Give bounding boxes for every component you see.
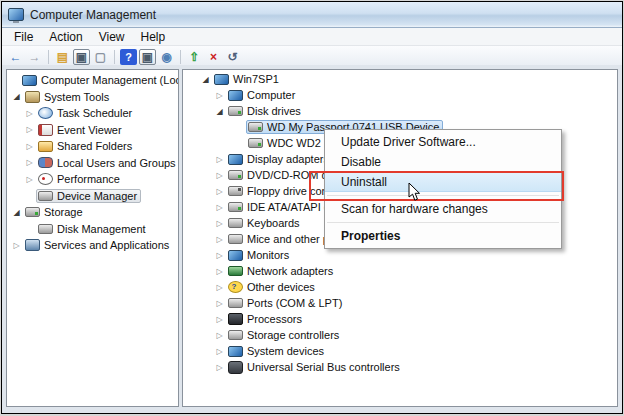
- back-icon[interactable]: ←: [7, 49, 24, 65]
- expand-arrow-icon[interactable]: ▷: [23, 109, 36, 118]
- menu-bar: FileActionViewHelp: [2, 28, 622, 46]
- services-icon: [25, 239, 40, 251]
- tree-item[interactable]: Computer: [226, 88, 299, 102]
- eventvwr-icon: [38, 124, 53, 136]
- tree-item[interactable]: Storage: [23, 205, 87, 219]
- expand-arrow-icon[interactable]: ▷: [213, 203, 226, 212]
- scan-hardware-icon[interactable]: ↺: [224, 49, 241, 65]
- toolbar-separator: [180, 50, 181, 64]
- tree-item-label: Keyboards: [247, 217, 300, 229]
- expand-arrow-icon[interactable]: ▷: [213, 331, 226, 340]
- tree-item[interactable]: System Tools: [23, 90, 113, 104]
- expand-arrow-icon[interactable]: ▷: [10, 241, 23, 250]
- collapse-arrow-icon[interactable]: ◢: [213, 107, 226, 116]
- tree-item[interactable]: Task Scheduler: [36, 106, 136, 120]
- expand-arrow-icon[interactable]: ▷: [23, 125, 36, 134]
- title-bar[interactable]: Computer Management: [2, 2, 622, 28]
- tree-item[interactable]: Storage controllers: [226, 328, 343, 342]
- tree-row: ▷Processors: [183, 311, 617, 327]
- expand-arrow-icon[interactable]: ▷: [213, 267, 226, 276]
- drive-icon: [248, 122, 263, 132]
- tree-item[interactable]: Event Viewer: [36, 123, 126, 137]
- users-icon: [38, 157, 53, 168]
- tree-row: ▷Shared Folders: [7, 138, 178, 155]
- tree-item[interactable]: Shared Folders: [36, 139, 136, 153]
- expand-arrow-icon[interactable]: ▷: [213, 251, 226, 260]
- tree-row: ▷Monitors: [183, 247, 617, 263]
- tree-row: ▷Event Viewer: [7, 122, 178, 139]
- help-icon[interactable]: ?: [120, 49, 137, 65]
- collapse-arrow-icon[interactable]: ◢: [10, 92, 23, 101]
- context-menu-item-scan-for-hardware-changes[interactable]: Scan for hardware changes: [325, 199, 561, 219]
- tree-item-label: Ports (COM & LPT): [247, 297, 342, 309]
- tree-item-label: Other devices: [247, 281, 315, 293]
- expand-arrow-icon[interactable]: ▷: [23, 142, 36, 151]
- tree-item[interactable]: Disk Management: [36, 222, 150, 236]
- computer-search-icon[interactable]: ◉: [158, 49, 175, 65]
- tree-item[interactable]: Win7SP1: [212, 72, 283, 86]
- toolbar-separator: [114, 50, 115, 64]
- computer-icon: [22, 75, 37, 86]
- expand-arrow-icon[interactable]: ▷: [213, 91, 226, 100]
- tree-row: ◢Disk drives: [183, 103, 617, 119]
- expand-arrow-icon[interactable]: ▷: [213, 299, 226, 308]
- window-icon[interactable]: ▢: [92, 49, 109, 65]
- tree-item[interactable]: Monitors: [226, 248, 293, 262]
- menu-action[interactable]: Action: [41, 29, 90, 45]
- window-title: Computer Management: [30, 8, 156, 22]
- collapse-arrow-icon[interactable]: ◢: [199, 75, 212, 84]
- tree-item[interactable]: Local Users and Groups: [36, 156, 179, 170]
- tree-item-label: Disk Management: [57, 223, 146, 235]
- expand-arrow-icon[interactable]: ▷: [23, 158, 36, 167]
- context-menu-item-disable[interactable]: Disable: [325, 152, 561, 172]
- context-menu-item-update-driver-software[interactable]: Update Driver Software...: [325, 132, 561, 152]
- tree-item-label: Monitors: [247, 249, 289, 261]
- tree-item[interactable]: Services and Applications: [23, 238, 173, 252]
- update-driver-icon[interactable]: ⇧: [186, 49, 203, 65]
- expand-arrow-icon[interactable]: ▷: [213, 219, 226, 228]
- tree-row: ▷System devices: [183, 343, 617, 359]
- expand-arrow-icon[interactable]: ▷: [213, 171, 226, 180]
- collapse-arrow-icon[interactable]: ◢: [10, 208, 23, 217]
- tree-item[interactable]: Keyboards: [226, 216, 304, 230]
- tree-item[interactable]: Network adapters: [226, 264, 337, 278]
- expand-arrow-icon[interactable]: ▷: [213, 187, 226, 196]
- expand-arrow-icon[interactable]: ▷: [213, 155, 226, 164]
- annotation-rectangle: [309, 171, 564, 201]
- storagectl-icon: [228, 330, 243, 340]
- console-tree-icon[interactable]: ▣: [73, 49, 90, 65]
- uninstall-icon[interactable]: ×: [205, 49, 222, 65]
- tree-item[interactable]: Performance: [36, 172, 124, 186]
- other-icon: [228, 281, 243, 293]
- tree-item[interactable]: Universal Serial Bus controllers: [226, 360, 404, 375]
- tree-item[interactable]: Processors: [226, 312, 306, 326]
- menu-view[interactable]: View: [91, 29, 133, 45]
- cpu-icon: [228, 313, 243, 325]
- expand-arrow-icon[interactable]: ▷: [23, 175, 36, 184]
- tree-item[interactable]: Computer Management (Local: [20, 73, 179, 87]
- ports-icon: [228, 298, 243, 308]
- tree-item[interactable]: WDC WD2: [246, 136, 325, 150]
- expand-arrow-icon[interactable]: ▷: [213, 347, 226, 356]
- expand-arrow-icon[interactable]: ▷: [213, 315, 226, 324]
- perf-icon: [38, 173, 53, 185]
- console-tree-pane[interactable]: Computer Management (Local◢System Tools▷…: [6, 69, 179, 407]
- folder-icon[interactable]: ▤: [54, 49, 71, 65]
- tree-item[interactable]: System devices: [226, 344, 328, 358]
- tree-item[interactable]: Ports (COM & LPT): [226, 296, 346, 310]
- tree-item[interactable]: Disk drives: [226, 104, 305, 118]
- clock-icon: [38, 107, 53, 119]
- tree-item[interactable]: Device Manager: [36, 189, 141, 203]
- menu-help[interactable]: Help: [133, 29, 174, 45]
- tree-item[interactable]: Other devices: [226, 280, 319, 294]
- action-pane-icon[interactable]: ▣: [139, 49, 156, 65]
- forward-icon[interactable]: →: [26, 49, 43, 65]
- expand-arrow-icon[interactable]: ▷: [213, 235, 226, 244]
- tree-item-label: Network adapters: [247, 265, 333, 277]
- context-menu-item-properties[interactable]: Properties: [325, 226, 561, 246]
- menu-file[interactable]: File: [6, 29, 41, 45]
- expand-arrow-icon[interactable]: ▷: [213, 363, 226, 372]
- tree-item-label: Computer Management (Local: [41, 74, 179, 86]
- expand-arrow-icon[interactable]: ▷: [213, 283, 226, 292]
- tree-item[interactable]: Display adapters: [226, 152, 333, 166]
